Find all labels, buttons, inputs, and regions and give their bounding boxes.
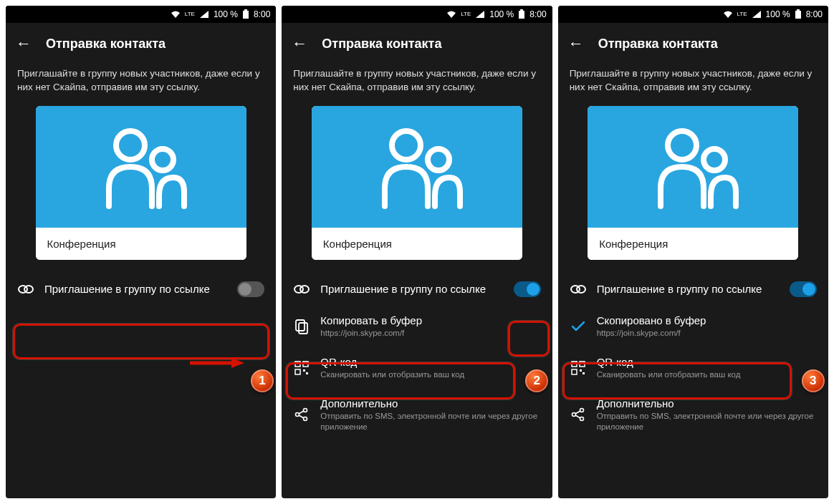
invite-link-row[interactable]: Приглашение в группу по ссылке [558, 273, 828, 306]
battery-icon [795, 9, 802, 19]
status-bar: LTE 100 % 8:00 [6, 6, 276, 23]
invite-link-label: Приглашение в группу по ссылке [44, 283, 227, 295]
svg-line-23 [299, 415, 304, 418]
battery-icon [242, 9, 249, 19]
conference-card: Конференция [36, 106, 246, 260]
group-avatar [588, 106, 798, 228]
svg-rect-31 [580, 362, 585, 367]
invite-link-label: Приглашение в группу по ссылке [320, 283, 503, 295]
status-bar: LTE 100 % 8:00 [282, 6, 552, 23]
qr-sub: Сканировать или отобразить ваш код [320, 369, 540, 380]
invite-link-toggle[interactable] [514, 281, 541, 297]
signal-icon [199, 10, 209, 19]
invite-link-row[interactable]: Приглашение в группу по ссылке [282, 273, 552, 306]
check-icon [570, 320, 587, 333]
share-icon [570, 407, 587, 422]
svg-rect-12 [296, 320, 305, 331]
step-badge-3: 3 [802, 369, 825, 392]
link-icon [17, 284, 34, 294]
phone-screen-3: LTE 100 % 8:00 ← Отправка контакта Пригл… [558, 6, 828, 498]
invite-link-toggle[interactable] [790, 281, 817, 297]
copy-link-text: https://join.skype.com/f [320, 328, 540, 339]
group-avatar [36, 106, 246, 228]
copy-to-clipboard-row[interactable]: Копировать в буфер https://join.skype.co… [282, 306, 552, 347]
svg-rect-33 [580, 369, 582, 372]
clock: 8:00 [529, 9, 546, 19]
svg-point-2 [116, 131, 145, 160]
phone-screen-2: LTE 100 % 8:00 ← Отправка контакта Пригл… [282, 6, 552, 498]
svg-line-39 [575, 415, 580, 418]
qr-code-row[interactable]: QR-код Сканировать или отобразить ваш ко… [282, 347, 552, 389]
qr-label: QR-код [320, 356, 540, 368]
qr-sub: Сканировать или отобразить ваш код [597, 369, 817, 380]
svg-rect-34 [583, 372, 585, 374]
copy-label: Копировать в буфер [320, 314, 540, 326]
invite-link-row[interactable]: Приглашение в группу по ссылке [6, 273, 276, 306]
more-row[interactable]: Дополнительно Отправить по SMS, электрон… [282, 389, 552, 441]
svg-rect-25 [797, 9, 800, 11]
qr-label: QR-код [597, 356, 817, 368]
svg-rect-13 [299, 323, 307, 334]
svg-rect-1 [244, 9, 247, 11]
svg-rect-16 [295, 369, 300, 374]
svg-line-22 [299, 411, 304, 414]
link-icon [570, 284, 587, 294]
conference-label: Конференция [588, 228, 798, 260]
copy-icon [293, 319, 310, 334]
app-header: ← Отправка контакта [6, 23, 276, 64]
intro-text: Приглашайте в группу новых участников, д… [6, 64, 276, 106]
status-bar: LTE 100 % 8:00 [558, 6, 828, 23]
qr-icon [570, 361, 587, 375]
svg-point-3 [152, 149, 173, 170]
svg-rect-6 [519, 11, 524, 19]
lte-label: LTE [185, 11, 195, 17]
highlight-box-1 [13, 324, 269, 359]
app-header: ← Отправка контакта [282, 23, 552, 64]
svg-rect-18 [306, 372, 308, 374]
conference-label: Конференция [312, 228, 522, 260]
svg-rect-17 [303, 369, 305, 372]
signal-icon [752, 10, 762, 19]
step-badge-1: 1 [251, 369, 274, 392]
more-label: Дополнительно [597, 397, 817, 410]
invite-link-label: Приглашение в группу по ссылке [597, 283, 780, 295]
conference-card: Конференция [588, 106, 798, 260]
battery-pct: 100 % [489, 9, 514, 19]
battery-pct: 100 % [766, 9, 790, 19]
clock: 8:00 [254, 9, 270, 19]
svg-rect-14 [295, 362, 300, 367]
qr-icon [293, 361, 310, 375]
svg-point-11 [300, 286, 309, 293]
wifi-icon [446, 10, 456, 19]
copied-label: Скопировано в буфер [597, 314, 817, 326]
page-title: Отправка контакта [598, 37, 718, 52]
svg-point-29 [577, 286, 585, 293]
signal-icon [475, 10, 485, 19]
red-arrow-icon [188, 358, 246, 368]
share-icon [293, 407, 310, 422]
copied-row[interactable]: Скопировано в буфер https://join.skype.c… [558, 306, 828, 347]
qr-code-row[interactable]: QR-код Сканировать или отобразить ваш ко… [558, 347, 828, 389]
page-title: Отправка контакта [322, 37, 441, 52]
svg-rect-30 [572, 362, 577, 367]
svg-rect-24 [795, 11, 801, 19]
svg-point-9 [428, 149, 449, 170]
battery-pct: 100 % [214, 9, 238, 19]
back-arrow-icon[interactable]: ← [292, 34, 307, 53]
svg-rect-32 [572, 369, 577, 374]
svg-point-27 [704, 149, 725, 170]
invite-link-toggle[interactable] [237, 281, 264, 297]
svg-rect-0 [243, 11, 249, 19]
more-row[interactable]: Дополнительно Отправить по SMS, электрон… [558, 389, 828, 441]
back-arrow-icon[interactable]: ← [16, 34, 32, 53]
wifi-icon [171, 10, 181, 19]
svg-rect-7 [520, 9, 523, 11]
conference-label: Конференция [36, 228, 246, 260]
wifi-icon [723, 10, 733, 19]
more-sub: Отправить по SMS, электронной почте или … [320, 411, 540, 432]
back-arrow-icon[interactable]: ← [568, 34, 584, 53]
battery-icon [518, 9, 525, 19]
svg-rect-15 [303, 362, 308, 367]
more-sub: Отправить по SMS, электронной почте или … [597, 411, 817, 432]
clock: 8:00 [806, 9, 823, 19]
